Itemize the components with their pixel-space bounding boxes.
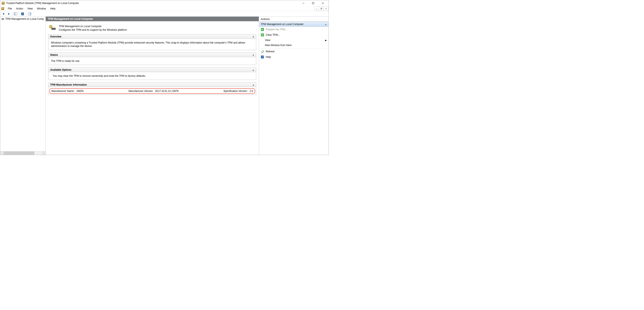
action-prepare-tpm[interactable]: Prepare the TPM... <box>259 27 328 32</box>
app-icon <box>2 1 5 5</box>
svg-point-22 <box>50 26 52 27</box>
section-available-options: Available Options ▲ You may clear the TP… <box>48 67 256 80</box>
mdi-app-icon <box>1 7 4 10</box>
section-title: Status <box>50 53 58 56</box>
mfr-name-value: AMZN <box>76 90 84 93</box>
manufacturer-info-row: Manufacturer Name: AMZN Manufacturer Ver… <box>49 88 255 94</box>
refresh-icon <box>261 50 264 53</box>
toolbar: ? <box>0 11 328 17</box>
svg-rect-10 <box>321 8 322 9</box>
svg-rect-14 <box>14 13 15 15</box>
mfr-spec-value: 2.0 <box>250 90 253 93</box>
svg-point-20 <box>2 18 3 19</box>
section-title: TPM Manufacturer Information <box>50 83 87 86</box>
tree-horizontal-scrollbar[interactable] <box>0 151 46 155</box>
show-hide-action-pane-button[interactable] <box>27 11 32 16</box>
mdi-restore-button[interactable] <box>319 7 324 10</box>
tree-content: TPM Management on Local Comp <box>0 17 46 151</box>
maximize-button[interactable] <box>308 0 318 6</box>
collapse-caret-icon: ▲ <box>252 84 254 86</box>
action-new-window[interactable]: New Window from Here <box>259 43 328 48</box>
section-status-header[interactable]: Status ▲ <box>48 53 256 57</box>
action-refresh[interactable]: Refresh <box>259 49 328 54</box>
action-label: Prepare the TPM... <box>266 28 287 31</box>
menu-action[interactable]: Action <box>14 7 25 10</box>
svg-rect-1 <box>2 2 4 3</box>
mdi-window-controls <box>314 6 328 11</box>
body: TPM Management on Local Comp TPM Managem… <box>0 17 328 155</box>
section-status: Status ▲ The TPM is ready for use. <box>48 53 256 65</box>
mmc-window: Trusted Platform Module (TPM) Management… <box>0 0 329 155</box>
center-pane: TPM Management on Local Computer TPM Man… <box>46 17 259 155</box>
center-header: TPM Management on Local Computer <box>46 17 259 21</box>
section-overview-header[interactable]: Overview ▲ <box>48 34 256 39</box>
svg-rect-24 <box>52 28 53 29</box>
mdi-close-button[interactable] <box>324 7 328 10</box>
section-options-body: You may clear the TPM to remove ownershi… <box>48 72 256 80</box>
mfr-version-value: 8217.4131.22.13878 <box>155 90 178 93</box>
section-status-body: The TPM is ready for use. <box>48 57 256 65</box>
action-view-submenu[interactable]: View ▶ <box>259 38 328 43</box>
section-options-header[interactable]: Available Options ▲ <box>48 68 256 72</box>
svg-text:?: ? <box>22 13 23 15</box>
mdi-minimize-button[interactable] <box>314 7 319 10</box>
section-mfr-header[interactable]: TPM Manufacturer Information ▲ <box>48 83 256 87</box>
action-help[interactable]: ? Help <box>259 54 328 60</box>
intro-subtitle: Configures the TPM and its support by th… <box>59 28 127 32</box>
action-label: New Window from Here <box>265 44 292 47</box>
scroll-track[interactable] <box>4 152 42 155</box>
action-label: Refresh <box>266 50 274 53</box>
collapse-caret-icon: ▲ <box>252 54 254 56</box>
section-overview: Overview ▲ Windows computers containing … <box>48 34 256 50</box>
actions-pane-title: Actions <box>259 17 328 22</box>
action-clear-tpm[interactable]: Clear TPM... <box>259 32 328 38</box>
forward-button[interactable] <box>6 11 11 16</box>
tree-node-label: TPM Management on Local Comp <box>5 17 44 20</box>
mfr-version: Manufacturer Version: 8217.4131.22.13878 <box>84 90 224 93</box>
svg-rect-25 <box>53 28 54 29</box>
svg-rect-18 <box>30 13 31 15</box>
menu-view[interactable]: View <box>25 7 35 10</box>
collapse-caret-icon: ▲ <box>325 23 327 25</box>
help-button[interactable]: ? <box>20 11 25 16</box>
actions-group-header[interactable]: TPM Management on Local Computer ▲ <box>259 22 328 27</box>
action-divider <box>260 48 327 48</box>
arrow-right-green-icon <box>261 28 264 31</box>
menubar: File Action View Window Help <box>0 6 328 11</box>
tree-pane: TPM Management on Local Comp <box>0 17 46 155</box>
minimize-button[interactable] <box>298 0 308 6</box>
svg-text:?: ? <box>262 56 263 58</box>
toolbar-separator <box>12 12 12 16</box>
action-label: Help <box>266 55 271 58</box>
section-manufacturer-info: TPM Manufacturer Information ▲ Manufactu… <box>48 82 256 95</box>
section-title: Available Options <box>50 68 72 71</box>
menu-window[interactable]: Window <box>35 7 48 10</box>
intro-block: TPM Management on Local Computer Configu… <box>48 23 256 34</box>
scroll-left-arrow[interactable] <box>0 152 4 155</box>
toolbar-separator <box>26 12 26 16</box>
arrow-right-green-icon <box>261 33 264 37</box>
intro-text: TPM Management on Local Computer Configu… <box>59 25 127 32</box>
svg-rect-7 <box>2 8 4 8</box>
mfr-spec: Specification Version: 2.0 <box>224 90 253 93</box>
mfr-spec-label: Specification Version: <box>224 90 248 93</box>
svg-rect-0 <box>2 2 4 4</box>
scroll-thumb[interactable] <box>4 152 34 155</box>
scroll-right-arrow[interactable] <box>42 152 46 155</box>
actions-group-label: TPM Management on Local Computer <box>261 23 304 26</box>
tree-node-tpm-root[interactable]: TPM Management on Local Comp <box>0 17 46 21</box>
menu-help[interactable]: Help <box>48 7 58 10</box>
svg-rect-26 <box>54 28 55 29</box>
mfr-version-label: Manufacturer Version: <box>128 90 153 93</box>
tpm-key-icon <box>49 25 56 30</box>
titlebar: Trusted Platform Module (TPM) Management… <box>0 0 328 6</box>
center-body: TPM Management on Local Computer Configu… <box>46 21 259 155</box>
back-button[interactable] <box>1 11 6 16</box>
actions-pane: Actions TPM Management on Local Computer… <box>259 17 328 155</box>
close-button[interactable] <box>318 0 328 6</box>
section-title: Overview <box>50 35 61 38</box>
menu-file[interactable]: File <box>6 7 14 10</box>
show-hide-tree-button[interactable] <box>13 11 18 16</box>
svg-rect-3 <box>312 2 314 4</box>
collapse-caret-icon: ▲ <box>252 35 254 38</box>
